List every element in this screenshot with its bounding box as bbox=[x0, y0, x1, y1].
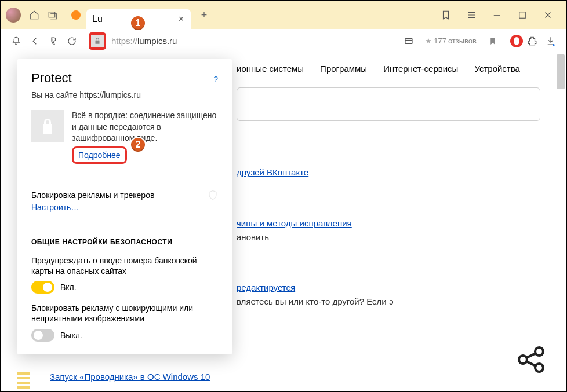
protect-panel: Protect ? Вы на сайте https://lumpics.ru… bbox=[17, 59, 232, 354]
address-bar-right: ★ 177 отзывов bbox=[399, 32, 502, 50]
address-text: https://lumpics.ru bbox=[111, 36, 177, 46]
bookmark-icon[interactable] bbox=[438, 8, 453, 23]
protect-lock-icon bbox=[31, 110, 64, 142]
star-icon: ★ bbox=[425, 36, 432, 45]
security-settings-heading: ОБЩИЕ НАСТРОЙКИ БЕЗОПАСНОСТИ bbox=[31, 238, 218, 246]
profile-avatar[interactable] bbox=[6, 8, 21, 23]
vertical-scrollbar[interactable] bbox=[557, 54, 565, 89]
nav-os[interactable]: ионные системы bbox=[237, 64, 304, 74]
close-window-button[interactable] bbox=[540, 8, 555, 23]
home-icon[interactable] bbox=[27, 8, 42, 23]
callout-badge-2: 2 bbox=[130, 137, 146, 153]
tab-close-button[interactable]: × bbox=[173, 14, 184, 24]
toggle-shock-ads-state: Выкл. bbox=[60, 331, 82, 340]
protect-help-link[interactable]: ? bbox=[213, 75, 218, 84]
toolbar: https://lumpics.ru ★ 177 отзывов ● bbox=[1, 29, 566, 53]
svg-point-5 bbox=[535, 364, 543, 372]
callout-badge-1: 1 bbox=[130, 15, 146, 31]
address-bar[interactable]: https://lumpics.ru ★ 177 отзывов bbox=[85, 31, 507, 51]
nav-programs[interactable]: Программы bbox=[320, 64, 367, 74]
svg-point-4 bbox=[535, 347, 543, 356]
svg-rect-2 bbox=[405, 38, 412, 43]
protect-site-text: Вы на сайте https://lumpics.ru bbox=[31, 90, 218, 100]
protect-site-prefix: Вы на сайте bbox=[31, 90, 79, 100]
shield-icon bbox=[208, 190, 218, 200]
reviews-count: 177 bbox=[434, 36, 446, 45]
article-link-3[interactable]: редактируется bbox=[237, 283, 295, 292]
new-tab-button[interactable]: + bbox=[195, 6, 213, 24]
window-controls bbox=[438, 8, 561, 23]
divider bbox=[31, 177, 218, 177]
toggle-bank-card-label: Предупреждать о вводе номера банковской … bbox=[31, 255, 218, 276]
card-icon[interactable] bbox=[399, 32, 418, 50]
bookmark-page-icon[interactable] bbox=[484, 32, 502, 50]
sidebar-handle[interactable] bbox=[17, 372, 30, 390]
share-icon[interactable] bbox=[515, 343, 547, 376]
url-scheme: https:// bbox=[111, 36, 137, 46]
extensions-icon[interactable] bbox=[523, 32, 541, 50]
svg-rect-0 bbox=[49, 12, 55, 17]
url-host: lumpics.ru bbox=[137, 36, 177, 46]
toggle-bank-card-switch[interactable] bbox=[31, 281, 54, 294]
yandex-button[interactable] bbox=[44, 32, 63, 50]
nav-services[interactable]: Интернет-сервисы bbox=[383, 64, 458, 74]
article-link-bottom[interactable]: Запуск «Проводника» в ОС Windows 10 bbox=[50, 372, 210, 382]
downloads-icon[interactable]: ● bbox=[541, 32, 560, 50]
toggle-shock-ads-switch[interactable] bbox=[31, 329, 54, 342]
adblock-label: Блокировка рекламы и трекеров bbox=[31, 190, 154, 200]
toggle-bank-card-state: Вкл. bbox=[60, 283, 77, 292]
notifications-icon[interactable] bbox=[7, 32, 26, 50]
protect-more-link[interactable]: Подробнее bbox=[72, 146, 127, 164]
reviews-word: отзывов bbox=[448, 36, 477, 45]
svg-point-3 bbox=[519, 356, 527, 364]
article-sub-2: ановить bbox=[237, 232, 565, 242]
title-bar: Lu × + bbox=[1, 1, 566, 29]
nav-devices[interactable]: Устройства bbox=[474, 64, 519, 74]
adblock-icon[interactable] bbox=[510, 35, 523, 47]
divider bbox=[64, 9, 64, 21]
menu-icon[interactable] bbox=[464, 8, 479, 23]
site-favicon bbox=[71, 10, 81, 20]
protect-title: Protect bbox=[31, 71, 72, 86]
search-box[interactable] bbox=[237, 87, 540, 121]
adblock-configure-link[interactable]: Настроить… bbox=[31, 203, 218, 212]
toggle-shock-ads-label: Блокировать рекламу с шокирующими или не… bbox=[31, 303, 218, 324]
tab-title: Lu bbox=[92, 14, 103, 24]
article-link-2[interactable]: чины и методы исправления bbox=[237, 218, 352, 228]
reload-button[interactable] bbox=[63, 32, 81, 50]
maximize-button[interactable] bbox=[515, 8, 530, 23]
protect-site-url: https://lumpics.ru bbox=[79, 90, 141, 100]
article-sub-3: вляетесь вы или кто-то другой? Если э bbox=[237, 296, 565, 306]
lock-icon[interactable] bbox=[89, 33, 106, 49]
article-link-1[interactable]: друзей ВКонтакте bbox=[237, 167, 308, 177]
divider bbox=[31, 225, 218, 225]
minimize-button[interactable] bbox=[489, 8, 504, 23]
reviews-badge[interactable]: ★ 177 отзывов bbox=[425, 36, 477, 45]
protect-status-text: Всё в порядке: соединение защищено и дан… bbox=[72, 110, 218, 144]
svg-rect-1 bbox=[519, 12, 526, 19]
tab-icon[interactable] bbox=[45, 8, 60, 23]
back-button[interactable] bbox=[26, 32, 44, 50]
